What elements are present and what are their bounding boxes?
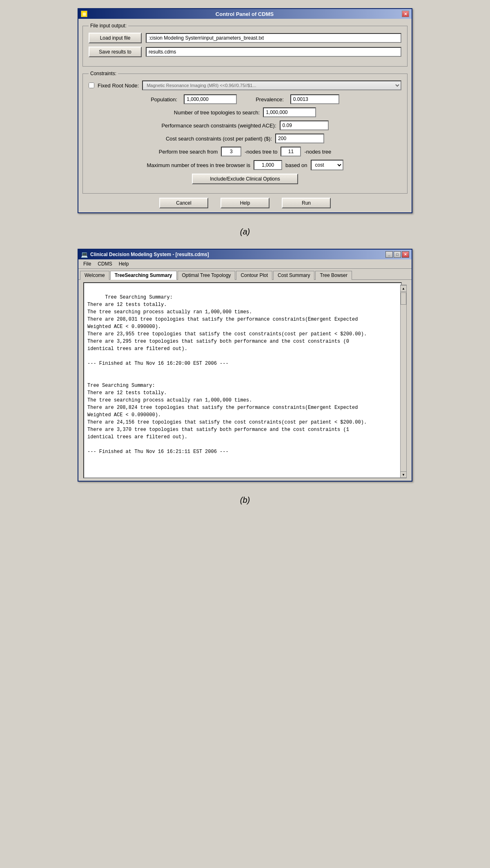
num-topologies-label: Number of tree topologies to search: [174, 109, 260, 116]
tab-optimal-tree-topology[interactable]: Optimal Tree Topology [178, 271, 236, 280]
prevalence-label: Prevalence: [256, 96, 284, 103]
population-label: Population: [151, 96, 177, 103]
perf-search-input[interactable] [280, 120, 329, 130]
close-button-b[interactable]: ✕ [402, 251, 409, 258]
include-exclude-row: Include/Exclude Clinical Options [89, 174, 401, 184]
population-input[interactable] [184, 94, 237, 104]
num-topologies-row: Number of tree topologies to search: [89, 107, 401, 117]
window-a-controls: ✕ [402, 11, 409, 17]
fixed-root-dropdown[interactable]: Magnetic Resonance Imaging (MRI) <<0.96/… [142, 80, 401, 90]
content-area: Tree Searching Summary: There are 12 tes… [81, 282, 409, 478]
maximize-button-b[interactable]: □ [394, 251, 401, 258]
tab-contour-plot[interactable]: Contour Plot [236, 271, 272, 280]
file-input-output-group: File input output: Load input file Save … [82, 23, 408, 67]
scroll-thumb[interactable] [401, 292, 406, 305]
window-a-content: File input output: Load input file Save … [78, 19, 412, 212]
window-a-title: Control Panel of CDMS [216, 11, 274, 17]
cost-search-input[interactable] [275, 134, 324, 143]
content-text: Tree Searching Summary: There are 12 tes… [87, 295, 367, 455]
action-row: Cancel Help Run [82, 198, 408, 208]
nodes-to-label: -nodes tree to [245, 149, 277, 155]
nodes-tree-row: Perform tree search from -nodes tree to … [89, 147, 401, 156]
scroll-down-arrow[interactable]: ▼ [400, 471, 407, 478]
population-prevalence-row: Population: Prevalence: [89, 94, 401, 104]
window-b: 💻 Clinical Decision Modeling System - [r… [78, 249, 412, 482]
menu-file[interactable]: File [80, 260, 94, 268]
scrollbar-vertical[interactable]: ▲ ▼ [400, 285, 407, 478]
load-file-row: Load input file [89, 33, 401, 43]
fixed-root-checkbox[interactable] [89, 83, 94, 88]
include-exclude-button[interactable]: Include/Exclude Clinical Options [192, 174, 298, 184]
run-button[interactable]: Run [282, 198, 331, 208]
save-file-row: Save results to [89, 47, 401, 57]
cancel-button[interactable]: Cancel [159, 198, 208, 208]
save-results-input[interactable] [146, 47, 401, 57]
app-icon-b: 💻 [81, 251, 88, 258]
perf-search-row: Performance search constraints (weighted… [89, 120, 401, 130]
tab-welcome[interactable]: Welcome [80, 271, 109, 280]
file-group-legend: File input output: [89, 23, 128, 29]
window-a-titlebar: ⊞ Control Panel of CDMS ✕ [78, 9, 412, 19]
menu-help[interactable]: Help [116, 260, 132, 268]
window-b-titlebar: 💻 Clinical Decision Modeling System - [r… [78, 250, 412, 259]
based-on-label: based on [285, 162, 307, 168]
constraints-group: Constraints: Fixed Root Node: Magnetic R… [82, 71, 408, 194]
load-input-file-button[interactable]: Load input file [89, 33, 142, 43]
fixed-root-row: Fixed Root Node: Magnetic Resonance Imag… [89, 80, 401, 90]
menu-cdms[interactable]: CDMS [94, 260, 115, 268]
constraints-legend: Constraints: [89, 71, 118, 76]
caption-a: (a) [240, 227, 250, 237]
tabs-bar: Welcome TreeSearching Summary Optimal Tr… [78, 269, 412, 280]
menubar: File CDMS Help [78, 259, 412, 269]
max-trees-row: Maximum number of trees in tree browser … [89, 160, 401, 170]
cost-search-row: Cost search constraints (cost per patien… [89, 134, 401, 143]
window-a: ⊞ Control Panel of CDMS ✕ File input out… [78, 8, 412, 213]
minimize-button-b[interactable]: _ [385, 251, 393, 258]
tab-tree-bowser[interactable]: Tree Bowser [315, 271, 352, 280]
load-file-input[interactable] [146, 33, 401, 43]
fixed-root-label: Fixed Root Node: [98, 83, 139, 89]
help-button[interactable]: Help [220, 198, 270, 208]
max-trees-input[interactable] [254, 160, 282, 170]
cost-search-label: Cost search constraints (cost per patien… [166, 136, 272, 142]
tree-searching-content[interactable]: Tree Searching Summary: There are 12 tes… [83, 282, 402, 478]
scroll-up-arrow[interactable]: ▲ [400, 285, 407, 292]
perform-tree-label: Perform tree search from [159, 149, 218, 155]
save-results-button[interactable]: Save results to [89, 47, 142, 57]
perf-search-label: Performance search constraints (weighted… [161, 123, 276, 129]
app-icon-a: ⊞ [81, 11, 87, 17]
tab-cost-summary[interactable]: Cost Summary [273, 271, 314, 280]
window-b-controls: _ □ ✕ [385, 251, 409, 258]
num-topologies-input[interactable] [263, 107, 316, 117]
to-nodes-input[interactable] [281, 147, 301, 156]
window-b-title: Clinical Decision Modeling System - [res… [90, 252, 209, 257]
based-on-select[interactable]: cost performance both [311, 160, 343, 170]
caption-b: (b) [240, 495, 250, 505]
max-trees-label: Maximum number of trees in tree browser … [147, 162, 250, 168]
titlebar2-left: 💻 Clinical Decision Modeling System - [r… [81, 251, 209, 258]
close-button-a[interactable]: ✕ [402, 11, 409, 17]
prevalence-input[interactable] [290, 94, 339, 104]
from-nodes-input[interactable] [221, 147, 241, 156]
nodes-tree-label: -nodes tree [304, 149, 331, 155]
tab-tree-searching-summary[interactable]: TreeSearching Summary [110, 271, 177, 280]
